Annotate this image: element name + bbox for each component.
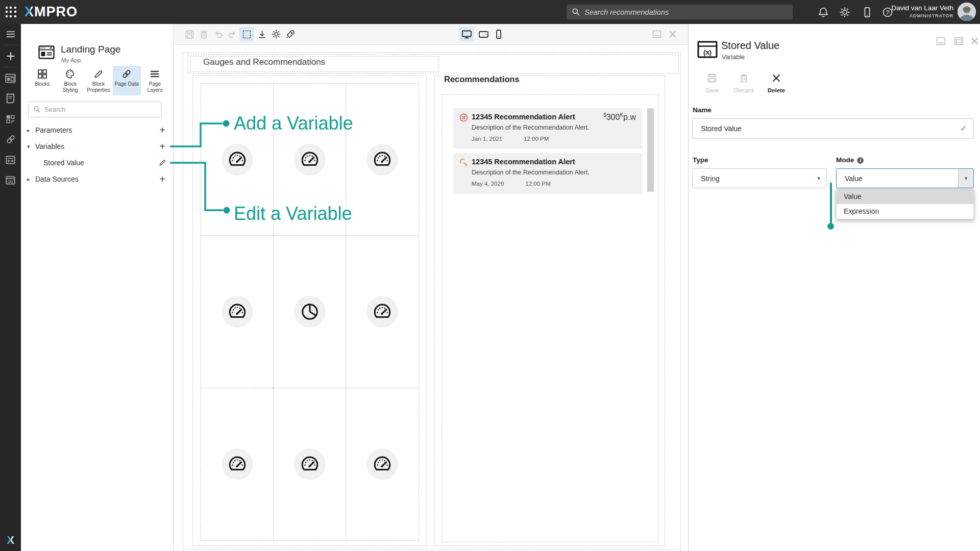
tab-blocks[interactable]: Blocks xyxy=(28,66,56,95)
mode-select[interactable]: Value ▾ xyxy=(836,168,974,188)
redo-icon[interactable] xyxy=(225,27,239,41)
device-desktop-icon[interactable] xyxy=(459,27,474,41)
save-button[interactable] xyxy=(182,27,197,41)
mode-dropdown-list: ValueExpression xyxy=(836,189,974,219)
tab-page-layers[interactable]: Page Layers xyxy=(141,66,169,95)
user-menu[interactable]: David van Laar Veth ADMINISTRATOR xyxy=(891,4,953,18)
gauge-grid xyxy=(201,83,419,541)
dock-right-icon[interactable] xyxy=(954,37,964,47)
page-data-search-input[interactable] xyxy=(44,106,157,113)
rocket-icon[interactable] xyxy=(283,27,298,41)
mode-label: Modei xyxy=(836,156,864,164)
left-rail: (x) X xyxy=(0,24,21,551)
bell-icon[interactable] xyxy=(818,7,829,18)
global-search[interactable] xyxy=(567,5,793,19)
edit-variable-button[interactable] xyxy=(157,157,168,169)
xmpro-app-designer: XMPRO ? David van Laar Veth ADMINISTRATO… xyxy=(0,0,980,551)
pencil-icon xyxy=(93,69,104,79)
annotation-add-variable: Add a Variable xyxy=(234,113,353,134)
gauge-widget-cell[interactable] xyxy=(346,236,419,388)
page-data-search[interactable] xyxy=(28,102,162,117)
discard-button[interactable]: Discard xyxy=(729,73,758,93)
gauge-widget-cell[interactable] xyxy=(201,388,274,540)
form-icon[interactable] xyxy=(0,88,21,109)
tree-item-parameters[interactable]: ▸ Parameters + xyxy=(27,122,168,138)
add-variable-button[interactable]: + xyxy=(157,141,168,153)
recommendations-list: 12345 Recommendation Alert Description o… xyxy=(453,108,642,198)
type-label: Type xyxy=(693,156,708,164)
tree-item-stored-value[interactable]: Stored Value xyxy=(27,155,168,171)
info-icon[interactable]: i xyxy=(857,157,864,164)
pencil-icon xyxy=(159,159,166,166)
svg-text:(x): (x) xyxy=(8,180,13,184)
recommendation-title: 12345 Recommendation Alert xyxy=(472,113,575,121)
save-button[interactable]: Save xyxy=(698,73,726,93)
dock-panel-icon[interactable] xyxy=(650,27,664,41)
recommendation-date: Jan 1, 2021 xyxy=(472,136,502,142)
mode-option-expression[interactable]: Expression xyxy=(837,204,973,219)
gauge-widget-cell[interactable] xyxy=(274,388,346,540)
link-icon[interactable] xyxy=(0,129,21,149)
add-icon[interactable] xyxy=(0,46,21,66)
inspector-title: Stored Value xyxy=(721,40,779,52)
dock-bottom-icon[interactable] xyxy=(936,37,946,47)
device-mobile-icon[interactable] xyxy=(492,27,506,41)
mobile-icon[interactable] xyxy=(862,7,873,18)
undo-icon[interactable] xyxy=(211,27,226,41)
tree-item-variables[interactable]: ▾ Variables + xyxy=(27,138,168,155)
error-icon xyxy=(459,113,468,122)
gear-icon[interactable] xyxy=(839,7,850,18)
page-designer-icon[interactable] xyxy=(0,68,21,88)
gauge-widget-icon xyxy=(294,144,326,176)
pie-widget-cell[interactable] xyxy=(274,236,346,388)
link-icon xyxy=(121,69,132,79)
tree-item-data-sources[interactable]: ▸ Data Sources + xyxy=(27,171,168,187)
avatar[interactable] xyxy=(958,3,976,21)
download-icon[interactable] xyxy=(255,27,269,41)
landing-page-icon xyxy=(38,45,55,61)
chevron-right-icon[interactable]: ▸ xyxy=(27,176,35,183)
delete-button[interactable]: Delete xyxy=(762,73,791,93)
gauge-widget-icon xyxy=(366,296,398,328)
blocks-icon[interactable] xyxy=(0,109,21,129)
mode-option-value[interactable]: Value xyxy=(837,189,973,204)
gauge-widget-cell[interactable] xyxy=(201,236,274,388)
global-search-input[interactable] xyxy=(584,8,788,16)
chevron-down-icon[interactable]: ▾ xyxy=(27,143,35,150)
variable-icon[interactable]: (x) xyxy=(0,170,21,190)
gauge-widget-cell[interactable] xyxy=(346,388,419,540)
recommendation-description: Description of the Recommendation Alert. xyxy=(472,169,590,176)
gear-icon[interactable] xyxy=(269,27,283,41)
gauge-widget-icon xyxy=(366,144,398,176)
variable-icon: (x) xyxy=(697,41,718,60)
app-grid-icon[interactable] xyxy=(6,7,17,18)
tab-block-styling[interactable]: Block Styling xyxy=(56,66,84,95)
delete-button[interactable] xyxy=(197,27,211,41)
close-icon[interactable] xyxy=(970,37,979,47)
tab-page-data[interactable]: Page Data xyxy=(113,66,141,95)
search-icon xyxy=(33,106,41,113)
add-data-source-button[interactable]: + xyxy=(157,173,168,185)
device-tablet-icon[interactable] xyxy=(476,27,491,41)
recommendation-time: 12:00 PM xyxy=(525,181,550,187)
name-field[interactable] xyxy=(692,118,974,139)
type-select[interactable]: String ▾ xyxy=(692,168,827,188)
recommendation-card[interactable]: 12345 Recommendation Alert Description o… xyxy=(453,108,642,149)
xmpro-x-logo: X xyxy=(0,534,21,547)
recommendation-card[interactable]: 12345 Recommendation Alert Description o… xyxy=(453,153,642,194)
chevron-right-icon[interactable]: ▸ xyxy=(27,127,35,134)
annotation-connector-dot xyxy=(827,223,834,230)
designer-canvas: Gauges and Recommendations xyxy=(174,24,688,551)
page-designer-panel: Landing Page My App Blocks Block Styling… xyxy=(21,24,174,551)
marquee-select-icon[interactable] xyxy=(239,27,254,41)
calculator-icon[interactable] xyxy=(0,149,21,170)
canvas-page-title: Gauges and Recommendations xyxy=(203,57,325,67)
close-icon[interactable] xyxy=(666,27,680,41)
pie-chart-widget-icon xyxy=(294,296,326,328)
delete-x-icon xyxy=(771,73,781,83)
add-parameter-button[interactable]: + xyxy=(157,124,168,136)
recommendations-scrollbar[interactable] xyxy=(647,108,654,192)
gauge-widget-cell[interactable] xyxy=(346,84,419,236)
tab-block-properties[interactable]: Block Properties xyxy=(84,66,112,95)
hamburger-menu-icon[interactable] xyxy=(0,24,21,44)
